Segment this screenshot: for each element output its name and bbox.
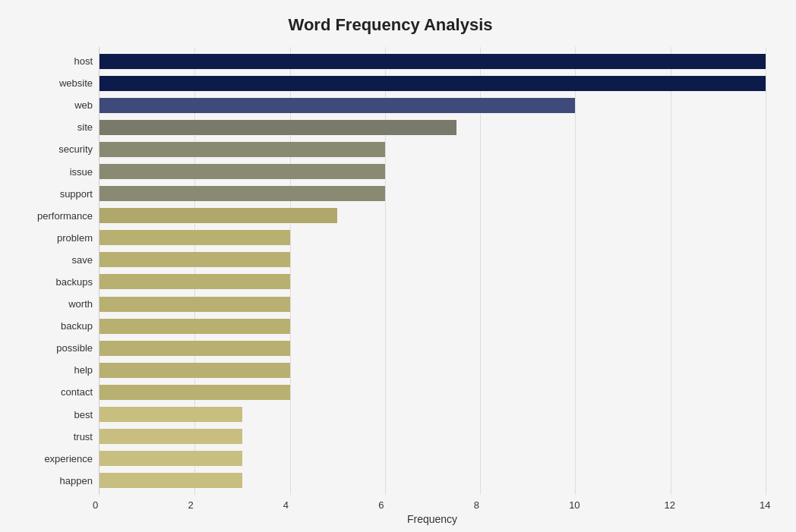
x-axis-label: Frequency	[99, 513, 766, 525]
x-tick: 8	[474, 499, 479, 511]
bar	[100, 142, 385, 157]
y-label: happen	[60, 471, 93, 490]
grid-and-bars	[99, 47, 766, 495]
grid-line	[766, 47, 766, 495]
bars-wrapper	[100, 47, 766, 495]
y-label: website	[59, 74, 93, 93]
bars-section	[99, 47, 766, 495]
y-label: save	[72, 250, 93, 269]
bar	[100, 473, 242, 488]
bar	[100, 208, 337, 223]
bar-row	[100, 296, 766, 313]
bar	[100, 451, 242, 466]
x-tick: 6	[378, 499, 384, 511]
x-tick: 4	[283, 499, 289, 511]
bar-row	[100, 229, 766, 246]
y-label: issue	[70, 162, 93, 181]
bar	[100, 341, 290, 356]
y-label: contact	[61, 382, 93, 402]
y-label: backup	[61, 316, 93, 336]
bar-row	[100, 362, 766, 379]
y-label: trust	[74, 427, 93, 446]
bar-row	[100, 119, 766, 136]
bar	[100, 252, 290, 267]
bar-row	[100, 163, 766, 180]
bar	[100, 407, 242, 422]
bar-row	[100, 384, 766, 401]
x-tick: 0	[93, 499, 98, 511]
bar-row	[100, 251, 766, 268]
bar-row	[100, 185, 766, 202]
x-tick: 2	[188, 499, 193, 511]
bar	[100, 319, 290, 334]
y-label: host	[74, 52, 93, 71]
y-label: backups	[56, 272, 93, 291]
bar-row	[100, 75, 766, 92]
chart-container: Word Frequency Analysis hostwebsitewebsi…	[0, 0, 796, 532]
x-axis: 02468101214	[99, 495, 766, 510]
bar-row	[100, 318, 766, 335]
bar-row	[100, 406, 766, 423]
y-label: security	[58, 140, 93, 159]
bar	[100, 297, 290, 312]
y-label: help	[74, 360, 93, 380]
y-label: possible	[56, 338, 93, 358]
bar	[100, 186, 385, 201]
x-tick: 12	[665, 499, 675, 511]
y-axis: hostwebsitewebsitesecurityissuesupportpe…	[15, 47, 99, 495]
y-label: worth	[68, 294, 93, 314]
bar-row	[100, 97, 766, 114]
bar-row	[100, 340, 766, 357]
bar	[100, 98, 575, 113]
bar-row	[100, 207, 766, 224]
bar	[100, 76, 766, 91]
bar-row	[100, 53, 766, 70]
y-label: site	[77, 118, 93, 137]
bar-row	[100, 472, 766, 489]
bar-row	[100, 273, 766, 290]
bar	[100, 385, 290, 400]
bar	[100, 120, 456, 135]
bar-row	[100, 428, 766, 445]
bar	[100, 230, 290, 245]
x-tick: 14	[760, 499, 770, 511]
chart-area: hostwebsitewebsitesecurityissuesupportpe…	[15, 47, 766, 495]
y-label: problem	[57, 228, 93, 247]
chart-title: Word Frequency Analysis	[15, 15, 766, 35]
y-label: performance	[37, 206, 93, 225]
y-label: experience	[44, 449, 93, 468]
y-label: support	[60, 184, 93, 203]
bar-row	[100, 141, 766, 158]
y-label: best	[74, 405, 93, 424]
bar-row	[100, 450, 766, 467]
bar	[100, 164, 385, 179]
x-tick: 10	[569, 499, 580, 511]
y-label: web	[74, 96, 93, 115]
bar	[100, 429, 242, 444]
bar	[100, 274, 290, 289]
bar	[100, 363, 290, 378]
bar	[100, 54, 766, 69]
